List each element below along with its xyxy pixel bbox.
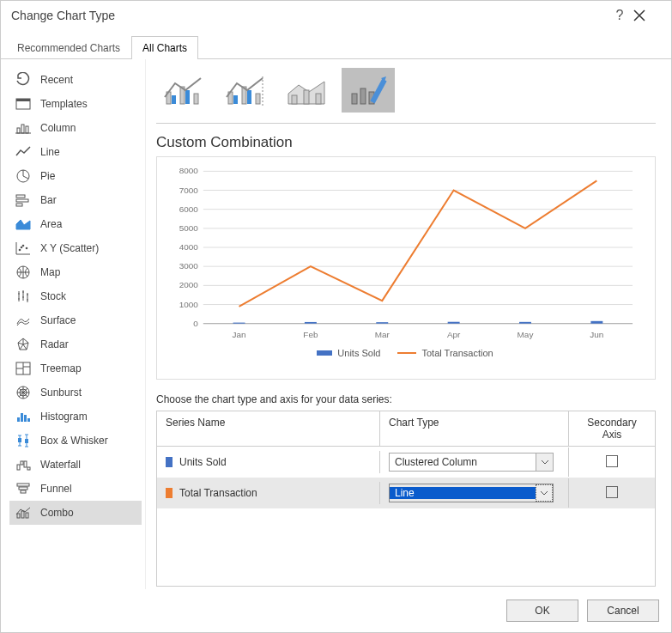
sidebar-item-histogram[interactable]: Histogram	[9, 405, 142, 429]
series-instruction: Choose the chart type and axis for your …	[156, 393, 656, 405]
svg-text:7000: 7000	[179, 186, 199, 195]
svg-text:Apr: Apr	[447, 330, 461, 339]
chart-type-dropdown-units[interactable]: Clustered Column	[389, 453, 554, 472]
svg-rect-4	[26, 126, 28, 133]
sidebar-item-recent[interactable]: Recent	[9, 68, 142, 92]
combo-variant-stacked-area[interactable]	[280, 68, 333, 113]
svg-text:5000: 5000	[179, 223, 199, 233]
dropdown-value: Clustered Column	[390, 456, 536, 468]
svg-text:3000: 3000	[179, 261, 199, 271]
sidebar-item-surface[interactable]: Surface	[9, 308, 142, 332]
legend-swatch-bar	[317, 350, 332, 356]
secondary-axis-checkbox-units[interactable]	[606, 455, 618, 467]
sidebar-item-radar[interactable]: Radar	[9, 332, 142, 356]
svg-rect-70	[305, 322, 317, 324]
combo-variant-row	[156, 68, 656, 124]
combo-variant-clustered-line-secondary[interactable]	[218, 68, 271, 113]
pie-icon	[15, 168, 32, 184]
tab-all-charts[interactable]: All Charts	[131, 36, 198, 59]
sidebar-item-label: Stock	[40, 290, 66, 302]
svg-rect-2	[17, 128, 20, 133]
close-button[interactable]	[633, 9, 661, 21]
chevron-down-icon	[536, 484, 553, 502]
svg-rect-17	[17, 417, 20, 422]
sidebar-item-bar[interactable]: Bar	[9, 188, 142, 212]
sidebar-item-pie[interactable]: Pie	[9, 164, 142, 188]
sidebar-item-label: Combo	[40, 507, 74, 519]
svg-rect-45	[316, 94, 321, 104]
svg-rect-24	[21, 461, 23, 465]
svg-rect-32	[26, 513, 28, 518]
scatter-icon	[15, 240, 32, 256]
svg-rect-78	[590, 321, 602, 324]
chart-preview[interactable]: 010002000300040005000600070008000JanFebM…	[156, 156, 656, 380]
box-whisker-icon	[15, 433, 32, 448]
svg-rect-43	[292, 95, 297, 104]
combo-icon	[15, 505, 32, 520]
svg-text:2000: 2000	[179, 280, 199, 289]
sidebar-item-area[interactable]: Area	[9, 212, 142, 236]
tab-strip: Recommended Charts All Charts	[1, 35, 671, 59]
svg-rect-74	[448, 322, 460, 324]
svg-rect-37	[194, 94, 198, 104]
svg-rect-25	[24, 461, 27, 467]
tab-recommended[interactable]: Recommended Charts	[6, 36, 131, 59]
sidebar-item-scatter[interactable]: X Y (Scatter)	[9, 236, 142, 260]
svg-text:1000: 1000	[179, 300, 199, 309]
radar-icon	[15, 337, 32, 352]
svg-text:6000: 6000	[179, 204, 199, 214]
titlebar: Change Chart Type ?	[1, 1, 671, 30]
svg-rect-28	[19, 487, 27, 490]
sidebar-item-combo[interactable]: Combo	[9, 501, 142, 525]
header-chart-type: Chart Type	[380, 411, 569, 446]
content-panel: Custom Combination 010002000300040005000…	[145, 59, 671, 589]
series-row-units: Units Sold Clustered Column	[157, 447, 655, 478]
sidebar-item-line[interactable]: Line	[9, 140, 142, 164]
ok-button[interactable]: OK	[506, 600, 578, 622]
column-icon	[15, 120, 32, 136]
funnel-icon	[15, 481, 32, 496]
sidebar-item-treemap[interactable]: Treemap	[9, 356, 142, 380]
recent-icon	[15, 72, 32, 88]
bar-icon	[15, 192, 32, 208]
combo-variant-clustered-line[interactable]	[156, 68, 209, 113]
sunburst-icon	[15, 385, 32, 400]
svg-point-12	[21, 247, 23, 249]
sidebar-item-label: Box & Whisker	[40, 435, 108, 447]
chart-type-dropdown-total[interactable]: Line	[389, 484, 554, 502]
sidebar-item-waterfall[interactable]: Waterfall	[9, 453, 142, 477]
svg-point-9	[19, 249, 21, 252]
series-name: Total Transaction	[179, 487, 257, 499]
secondary-axis-checkbox-total[interactable]	[606, 486, 618, 498]
sidebar-item-label: Column	[40, 122, 76, 134]
svg-point-11	[26, 247, 28, 250]
sidebar-item-sunburst[interactable]: Sunburst	[9, 380, 142, 405]
svg-rect-22	[25, 439, 28, 443]
svg-rect-29	[21, 490, 26, 493]
sidebar-item-stock[interactable]: Stock	[9, 284, 142, 308]
dialog-title: Change Chart Type	[11, 9, 606, 22]
svg-rect-7	[16, 199, 28, 202]
svg-rect-46	[352, 94, 357, 104]
svg-rect-8	[16, 204, 22, 206]
sidebar-item-box-whisker[interactable]: Box & Whisker	[9, 429, 142, 453]
sidebar-item-column[interactable]: Column	[9, 116, 142, 140]
sidebar-item-label: Line	[40, 146, 60, 158]
series-row-total: Total Transaction Line	[157, 478, 655, 508]
sidebar-item-map[interactable]: Map	[9, 260, 142, 284]
help-button[interactable]: ?	[606, 8, 633, 23]
combo-variant-custom[interactable]	[342, 68, 395, 113]
sidebar-item-label: Waterfall	[40, 459, 81, 471]
svg-rect-30	[17, 514, 20, 518]
svg-rect-41	[247, 90, 251, 104]
svg-rect-1	[16, 99, 30, 101]
sidebar-item-label: Surface	[40, 314, 76, 326]
svg-point-10	[22, 245, 25, 247]
svg-rect-31	[21, 511, 24, 518]
legend-label: Units Sold	[337, 348, 380, 358]
series-header: Series Name Chart Type Secondary Axis	[157, 411, 655, 447]
sidebar-item-templates[interactable]: Templates	[9, 92, 142, 116]
sidebar-item-funnel[interactable]: Funnel	[9, 477, 142, 501]
legend-item-units: Units Sold	[317, 348, 380, 358]
cancel-button[interactable]: Cancel	[587, 600, 659, 622]
